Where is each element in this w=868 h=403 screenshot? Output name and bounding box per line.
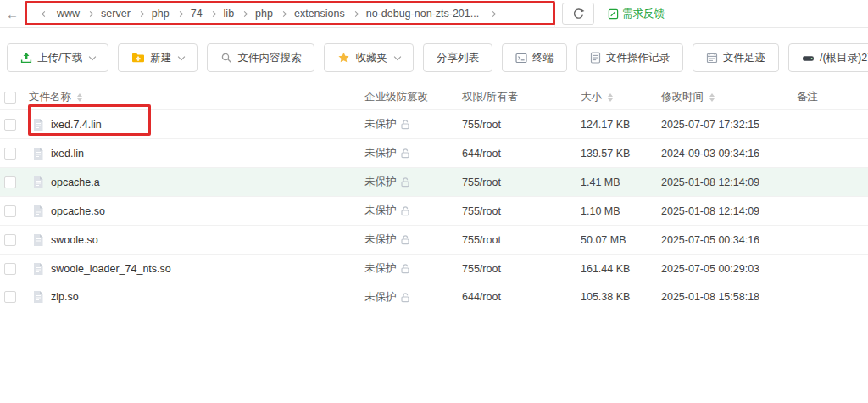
row-checkbox[interactable] <box>4 263 16 275</box>
row-checkbox[interactable] <box>4 291 16 303</box>
file-icon <box>32 204 44 218</box>
breadcrumb-scroll-left-icon[interactable] <box>42 10 47 16</box>
row-checkbox[interactable] <box>4 205 16 217</box>
select-all-checkbox[interactable] <box>4 92 16 104</box>
feedback-icon <box>608 8 619 20</box>
row-checkbox[interactable] <box>4 119 16 131</box>
unlock-icon[interactable] <box>400 263 410 274</box>
back-button[interactable]: ← <box>0 0 25 28</box>
terminal-label: 终端 <box>532 51 554 65</box>
file-name[interactable]: swoole_loader_74_nts.so <box>51 263 171 275</box>
toolbar: 上传/下载 新建 文件内容搜索 收藏夹 <box>0 34 868 81</box>
protect-status: 未保护 <box>364 146 397 160</box>
file-name[interactable]: ixed.lin <box>51 148 84 160</box>
row-checkbox[interactable] <box>4 234 16 246</box>
new-folder-icon <box>131 52 145 64</box>
refresh-button[interactable] <box>562 3 594 25</box>
breadcrumb-item-74[interactable]: 74 <box>187 8 206 20</box>
records-icon <box>590 52 601 64</box>
file-footprint-label: 文件足迹 <box>723 51 765 65</box>
file-name[interactable]: swoole.so <box>51 234 98 246</box>
table-row[interactable]: opcache.a 未保护 755/root 1.41 MB 2025-01-0… <box>0 167 868 196</box>
upload-download-label: 上传/下载 <box>37 51 82 65</box>
file-owner: 755/root <box>462 263 581 275</box>
file-footprint-button[interactable]: 文件足迹 <box>693 43 779 72</box>
star-icon <box>337 52 350 64</box>
chevron-right-icon <box>242 10 248 16</box>
table-row[interactable]: ixed.7.4.lin 未保护 755/root 124.17 KB 2025… <box>0 109 868 138</box>
table-row[interactable]: opcache.so 未保护 755/root 1.10 MB 2025-01-… <box>0 196 868 225</box>
protect-status: 未保护 <box>364 117 397 132</box>
column-header-size[interactable]: 大小 <box>581 90 602 104</box>
favorites-label: 收藏夹 <box>355 51 387 65</box>
file-operation-log-button[interactable]: 文件操作记录 <box>576 43 683 72</box>
feedback-link[interactable]: 需求反馈 <box>608 7 665 21</box>
sort-icon[interactable] <box>608 93 613 102</box>
feedback-label: 需求反馈 <box>622 7 665 21</box>
sort-icon[interactable] <box>77 93 82 102</box>
file-name[interactable]: ixed.7.4.lin <box>51 119 102 131</box>
file-name[interactable]: opcache.a <box>51 176 100 188</box>
file-size: 139.57 KB <box>581 148 661 160</box>
column-header-filename[interactable]: 文件名称 <box>29 90 71 104</box>
column-header-tamper: 企业级防篡改 <box>364 91 428 103</box>
favorites-button[interactable]: 收藏夹 <box>324 43 414 72</box>
file-name[interactable]: opcache.so <box>51 205 105 217</box>
root-disk-button[interactable]: /(根目录)27.5 GB <box>788 43 868 72</box>
column-header-mtime[interactable]: 修改时间 <box>661 90 704 104</box>
terminal-button[interactable]: 终端 <box>502 43 567 72</box>
breadcrumb-item-server[interactable]: server <box>97 8 134 20</box>
breadcrumb-item-www[interactable]: www <box>53 8 83 20</box>
unlock-icon[interactable] <box>400 176 410 188</box>
chevron-down-icon <box>178 53 185 59</box>
file-owner: 755/root <box>462 205 581 217</box>
file-owner: 755/root <box>462 176 581 188</box>
file-mtime: 2025-07-05 00:34:16 <box>661 234 797 246</box>
content-search-label: 文件内容搜索 <box>237 51 301 65</box>
breadcrumb-item-lib[interactable]: lib <box>220 8 238 20</box>
path-bar: ← www server php 74 lib php extensions n… <box>0 0 868 28</box>
unlock-icon[interactable] <box>400 205 410 216</box>
new-button[interactable]: 新建 <box>118 43 198 72</box>
row-checkbox[interactable] <box>4 176 16 188</box>
upload-download-button[interactable]: 上传/下载 <box>7 43 108 72</box>
file-size: 1.10 MB <box>581 205 661 217</box>
unlock-icon[interactable] <box>400 119 410 130</box>
footprint-icon <box>706 52 718 64</box>
share-list-button[interactable]: 分享列表 <box>423 43 492 72</box>
breadcrumb-item-extensions[interactable]: extensions <box>291 8 348 20</box>
chevron-down-icon <box>394 53 401 59</box>
file-name[interactable]: zip.so <box>51 291 79 303</box>
table-row[interactable]: ixed.lin 未保护 644/root 139.57 KB 2024-09-… <box>0 138 868 167</box>
table-row[interactable]: swoole_loader_74_nts.so 未保护 755/root 161… <box>0 254 868 283</box>
table-header-row: 文件名称 企业级防篡改 权限/所有者 大小 修改时间 备注 <box>0 85 868 109</box>
column-header-note: 备注 <box>797 91 818 103</box>
file-mtime: 2025-07-05 00:29:03 <box>661 263 797 275</box>
file-size: 105.38 KB <box>581 291 661 303</box>
breadcrumb-item-php[interactable]: php <box>148 8 173 20</box>
table-row[interactable]: zip.so 未保护 644/root 105.38 KB 2025-01-08… <box>0 283 868 311</box>
terminal-icon <box>515 53 527 64</box>
breadcrumb-item-php2[interactable]: php <box>252 8 276 20</box>
unlock-icon[interactable] <box>400 234 410 245</box>
file-icon <box>32 118 44 132</box>
unlock-icon[interactable] <box>400 292 410 303</box>
file-icon <box>32 262 44 276</box>
sort-icon[interactable] <box>709 93 715 102</box>
protect-status: 未保护 <box>364 261 397 276</box>
file-icon <box>32 233 44 247</box>
unlock-icon[interactable] <box>400 148 410 159</box>
chevron-right-icon <box>210 10 216 16</box>
table-row[interactable]: swoole.so 未保护 755/root 50.07 MB 2025-07-… <box>0 225 868 254</box>
breadcrumb-item-no-debug-non-zts[interactable]: no-debug-non-zts-201... <box>363 8 482 20</box>
content-search-button[interactable]: 文件内容搜索 <box>207 43 314 72</box>
column-header-owner: 权限/所有者 <box>462 91 518 103</box>
row-checkbox[interactable] <box>4 148 16 160</box>
breadcrumb-scroll-right-icon[interactable] <box>490 10 496 16</box>
file-mtime: 2025-01-08 12:14:09 <box>661 205 797 217</box>
protect-status: 未保护 <box>364 232 397 247</box>
file-owner: 755/root <box>462 234 581 246</box>
file-icon <box>32 290 44 304</box>
chevron-right-icon <box>353 10 359 16</box>
chevron-right-icon <box>177 10 183 16</box>
